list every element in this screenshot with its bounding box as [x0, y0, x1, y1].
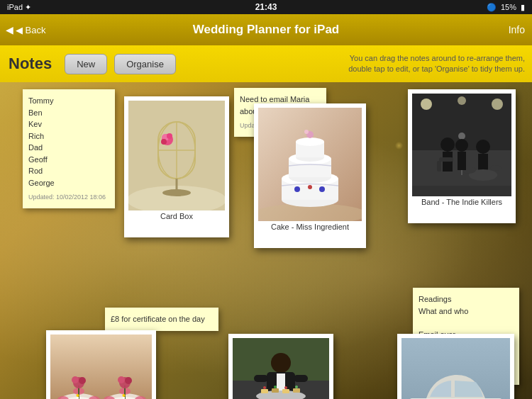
guest-5: Dad — [28, 142, 109, 154]
svg-rect-46 — [458, 152, 466, 170]
band-label: Band - The Indie Killers — [412, 198, 511, 206]
canapes-svg — [233, 338, 329, 399]
venue-svg — [50, 335, 152, 399]
page-title: Wedding Planner for iPad — [193, 23, 340, 37]
svg-rect-86 — [261, 389, 268, 393]
bluetooth-icon: 🔵 — [487, 3, 497, 12]
guest-2: Ben — [28, 107, 109, 119]
svg-point-38 — [490, 165, 501, 171]
svg-point-45 — [455, 139, 468, 152]
svg-point-79 — [271, 353, 291, 373]
cardbox-label: Card Box — [128, 212, 225, 220]
svg-point-91 — [274, 386, 277, 388]
svg-point-34 — [476, 140, 490, 154]
guest-8: George — [28, 177, 109, 189]
svg-point-28 — [304, 130, 309, 134]
svg-point-30 — [421, 99, 432, 110]
status-right: 🔵 15% ▮ — [487, 3, 525, 12]
svg-rect-87 — [272, 388, 279, 393]
svg-rect-35 — [478, 154, 488, 172]
svg-point-71 — [125, 377, 132, 384]
cardbox-svg — [128, 101, 225, 210]
ipad-label: iPad ✦ — [7, 3, 31, 12]
cake-label: Cake - Miss Ingredient — [258, 223, 362, 231]
section-title: Notes — [9, 55, 52, 73]
photo-card-venue[interactable]: 012 19:43 Venue - Compton Acres — [46, 330, 156, 399]
svg-point-23 — [296, 137, 324, 146]
svg-rect-41 — [439, 157, 453, 162]
svg-point-93 — [295, 386, 298, 388]
svg-point-26 — [319, 186, 325, 192]
nav-bar: ◀ ◀ Back Wedding Planner for iPad Info — [0, 14, 532, 45]
photo-card-canapes[interactable]: Canapés — [228, 334, 333, 399]
svg-point-44 — [458, 133, 465, 140]
photo-card-band[interactable]: Band - The Indie Killers — [408, 89, 516, 223]
note-certificate[interactable]: £8 for certificate on the day — [105, 308, 218, 331]
main-content: Tommy Ben Kev Rich Dad Geoff Rod George … — [0, 82, 532, 399]
svg-point-32 — [492, 99, 503, 110]
svg-point-39 — [440, 137, 455, 152]
svg-rect-88 — [282, 389, 289, 393]
svg-point-60 — [79, 377, 86, 384]
status-time: 21:43 — [255, 2, 277, 12]
svg-rect-84 — [294, 375, 308, 382]
photo-card-cake[interactable]: Cake - Miss Ingredient — [254, 103, 366, 248]
photo-card-car[interactable]: AB 1277 Bridal Car - Barnes — [397, 334, 514, 399]
svg-point-25 — [308, 185, 312, 189]
svg-rect-49 — [50, 335, 152, 399]
svg-point-7 — [162, 189, 191, 196]
guest-6: Geoff — [28, 154, 109, 166]
note-guests[interactable]: Tommy Ben Kev Rich Dad Geoff Rod George … — [23, 89, 115, 208]
svg-point-31 — [458, 96, 466, 105]
toolbar-hint: You can drag the notes around to re-arra… — [340, 53, 525, 75]
svg-point-90 — [263, 386, 266, 389]
guests-list: Tommy Ben Kev Rich Dad Geoff Rod George — [28, 95, 109, 189]
status-bar: iPad ✦ 21:43 🔵 15% ▮ — [0, 0, 532, 14]
battery-icon: ▮ — [521, 3, 525, 12]
back-button[interactable]: ◀ ◀ Back — [6, 24, 46, 35]
organise-button[interactable]: Organise — [114, 54, 176, 74]
svg-point-10 — [167, 133, 172, 139]
svg-rect-42 — [437, 161, 441, 172]
svg-point-76 — [123, 394, 126, 397]
svg-rect-47 — [412, 186, 511, 196]
status-left: iPad ✦ — [7, 3, 31, 12]
new-button[interactable]: New — [65, 54, 107, 74]
svg-point-59 — [72, 376, 79, 383]
svg-point-70 — [118, 376, 125, 383]
svg-point-11 — [161, 139, 167, 145]
battery-text: 15% — [501, 3, 516, 11]
toolbar: Notes New Organise You can drag the note… — [0, 45, 532, 82]
band-svg — [412, 94, 511, 196]
svg-rect-83 — [254, 375, 268, 382]
guest-3: Kev — [28, 118, 109, 130]
svg-point-92 — [284, 386, 287, 389]
guest-1: Tommy — [28, 95, 109, 107]
svg-rect-89 — [293, 388, 300, 393]
car-svg: AB 1277 — [401, 338, 510, 399]
photo-card-cardbox[interactable]: Card Box — [124, 96, 229, 237]
info-button[interactable]: Info — [509, 24, 525, 35]
svg-point-74 — [77, 394, 79, 397]
guest-4: Rich — [28, 130, 109, 142]
back-chevron-icon: ◀ — [6, 24, 13, 35]
guests-updated: Updated: 10/02/2012 18:06 — [28, 193, 109, 203]
guest-7: Rod — [28, 165, 109, 177]
certificate-note-text: £8 for certificate on the day — [111, 313, 213, 325]
cake-svg — [258, 108, 362, 221]
svg-point-24 — [294, 186, 300, 192]
back-label: ◀ Back — [16, 25, 46, 35]
